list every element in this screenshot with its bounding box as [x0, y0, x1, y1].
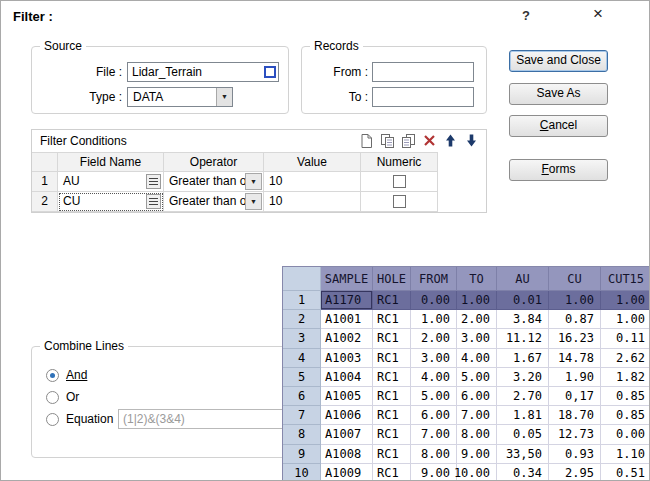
grid-cell[interactable]: 2.70 [497, 387, 549, 406]
grid-cell[interactable]: 1.00 [601, 291, 650, 310]
grid-cell[interactable]: RC1 [373, 464, 411, 481]
grid-cell[interactable]: 4.00 [457, 349, 497, 368]
grid-cell[interactable]: RC1 [373, 349, 411, 368]
grid-cell[interactable]: 1.81 [497, 406, 549, 425]
grid-row-number[interactable]: 7 [283, 406, 321, 425]
grid-cell[interactable]: 3.00 [457, 329, 497, 348]
grid-cell[interactable]: 1.10 [601, 445, 650, 464]
grid-cell[interactable]: RC1 [373, 368, 411, 387]
grid-cell[interactable]: 18.70 [549, 406, 601, 425]
grid-cell[interactable]: 7.00 [457, 406, 497, 425]
file-input[interactable] [127, 62, 279, 82]
grid-cell[interactable]: 9.00 [411, 464, 457, 481]
grid-column-header[interactable]: CU [549, 267, 601, 291]
move-up-button[interactable] [442, 132, 459, 149]
grid-cell[interactable]: A1002 [321, 329, 373, 348]
operator-select[interactable]: Greater than or ▼ [164, 172, 264, 192]
grid-cell[interactable]: 11.12 [497, 329, 549, 348]
grid-column-header[interactable]: CUT15 [601, 267, 650, 291]
forms-button[interactable]: Forms [509, 159, 608, 181]
field-name-cell[interactable]: AU [58, 172, 164, 192]
grid-cell[interactable]: 0.87 [549, 310, 601, 329]
grid-cell[interactable]: 0.85 [601, 406, 650, 425]
grid-cell[interactable]: A1006 [321, 406, 373, 425]
chevron-down-icon[interactable]: ▼ [245, 193, 262, 210]
grid-column-header[interactable]: FROM [411, 267, 457, 291]
grid-cell[interactable]: 2.62 [601, 349, 650, 368]
grid-cell[interactable]: 1.00 [549, 291, 601, 310]
grid-cell[interactable]: 2.00 [411, 329, 457, 348]
move-down-button[interactable] [463, 132, 480, 149]
grid-cell[interactable]: A1008 [321, 445, 373, 464]
grid-cell[interactable]: RC1 [373, 329, 411, 348]
grid-cell[interactable]: 3.20 [497, 368, 549, 387]
file-picker-icon[interactable] [264, 66, 276, 78]
delete-row-button[interactable] [421, 132, 438, 149]
grid-cell[interactable]: 8.00 [411, 445, 457, 464]
from-input[interactable] [372, 62, 474, 82]
grid-cell[interactable]: 1.90 [549, 368, 601, 387]
grid-cell[interactable]: 6.00 [457, 387, 497, 406]
field-picker-button[interactable] [146, 194, 161, 209]
grid-row-number[interactable]: 8 [283, 425, 321, 444]
grid-cell[interactable]: 1.67 [497, 349, 549, 368]
grid-cell[interactable]: 4.00 [411, 368, 457, 387]
grid-cell[interactable]: 0.00 [411, 291, 457, 310]
grid-column-header[interactable]: HOLE [373, 267, 411, 291]
grid-cell[interactable]: 9.00 [457, 445, 497, 464]
grid-cell[interactable]: 0.11 [601, 329, 650, 348]
grid-cell[interactable]: A1005 [321, 387, 373, 406]
grid-cell[interactable]: 5.00 [457, 368, 497, 387]
grid-cell[interactable]: RC1 [373, 291, 411, 310]
grid-row-number[interactable]: 1 [283, 291, 321, 310]
grid-column-header[interactable]: AU [497, 267, 549, 291]
grid-row-number[interactable]: 10 [283, 464, 321, 481]
save-and-close-button[interactable]: Save and Close [509, 50, 608, 72]
grid-row-number[interactable]: 2 [283, 310, 321, 329]
grid-row-number[interactable]: 6 [283, 387, 321, 406]
grid-row-number[interactable]: 3 [283, 329, 321, 348]
grid-cell[interactable]: 5.00 [411, 387, 457, 406]
insert-row-above-button[interactable] [379, 132, 396, 149]
grid-cell[interactable]: 33,50 [497, 445, 549, 464]
grid-cell[interactable]: 1.00 [457, 291, 497, 310]
grid-cell[interactable]: 2.00 [457, 310, 497, 329]
grid-cell[interactable]: 0.34 [497, 464, 549, 481]
grid-cell[interactable]: 0.85 [601, 387, 650, 406]
grid-cell[interactable]: 0.05 [497, 425, 549, 444]
grid-cell[interactable]: 6.00 [411, 406, 457, 425]
help-button[interactable]: ? [522, 8, 530, 23]
grid-cell[interactable]: 0.00 [601, 425, 650, 444]
chevron-down-icon[interactable]: ▼ [245, 173, 262, 190]
grid-cell[interactable]: RC1 [373, 387, 411, 406]
value-cell[interactable]: 10 [264, 172, 361, 192]
grid-cell[interactable]: RC1 [373, 310, 411, 329]
grid-cell[interactable]: 8.00 [457, 425, 497, 444]
grid-cell[interactable]: A1003 [321, 349, 373, 368]
grid-cell[interactable]: 3.00 [411, 349, 457, 368]
grid-cell[interactable]: 7.00 [411, 425, 457, 444]
or-radio[interactable] [46, 391, 59, 404]
new-condition-button[interactable] [358, 132, 375, 149]
grid-cell[interactable]: A1004 [321, 368, 373, 387]
grid-row-number[interactable]: 9 [283, 445, 321, 464]
grid-cell[interactable]: 1.00 [601, 310, 650, 329]
grid-cell[interactable]: 3.84 [497, 310, 549, 329]
grid-cell[interactable]: 0.93 [549, 445, 601, 464]
grid-row-number[interactable]: 5 [283, 368, 321, 387]
save-as-button[interactable]: Save As [509, 83, 608, 105]
grid-cell[interactable]: 12.73 [549, 425, 601, 444]
grid-cell[interactable]: 2.95 [549, 464, 601, 481]
type-select[interactable]: DATA ▼ [127, 87, 233, 107]
cancel-button[interactable]: Cancel [509, 115, 608, 137]
field-picker-button[interactable] [146, 174, 161, 189]
grid-cell[interactable]: A1001 [321, 310, 373, 329]
grid-cell[interactable]: 16.23 [549, 329, 601, 348]
value-cell[interactable]: 10 [264, 192, 361, 212]
and-radio[interactable] [46, 369, 59, 382]
grid-cell[interactable]: 0.01 [497, 291, 549, 310]
grid-cell[interactable]: RC1 [373, 406, 411, 425]
grid-cell[interactable]: 10.00 [457, 464, 497, 481]
grid-cell[interactable]: A1007 [321, 425, 373, 444]
grid-cell[interactable]: RC1 [373, 445, 411, 464]
